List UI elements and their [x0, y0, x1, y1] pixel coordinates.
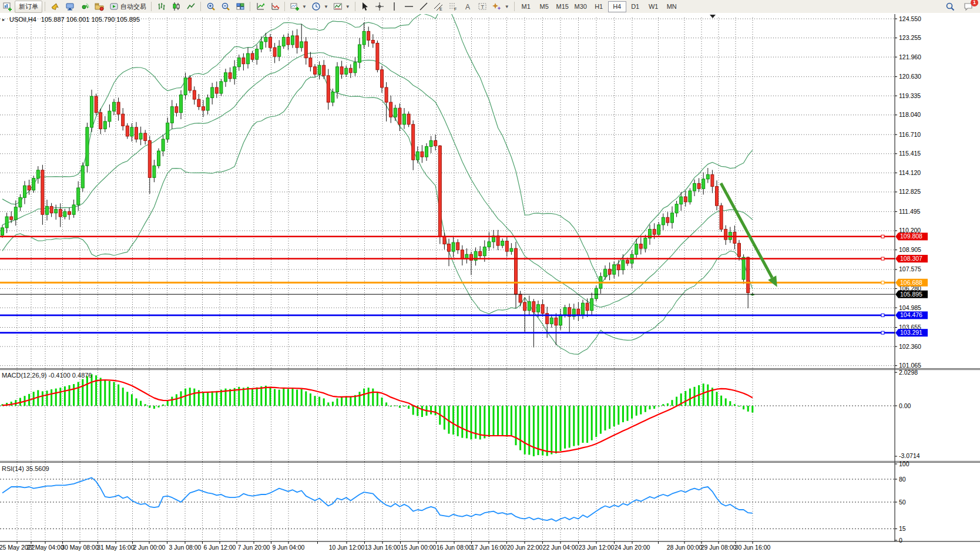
price-line-label[interactable]: 106.688 [895, 279, 928, 287]
navigator-button[interactable] [77, 1, 92, 13]
chart-title: ▸ USOil,H4 105.887 106.001 105.790 105.8… [2, 16, 140, 23]
macd-bar [452, 406, 454, 435]
cursor-icon [360, 2, 370, 12]
candle [452, 243, 455, 251]
macd-bar [64, 386, 66, 406]
macd-bar [595, 406, 597, 437]
auto-trading-button[interactable]: 自动交易 [106, 1, 149, 13]
indicators-button[interactable] [253, 1, 267, 13]
time-tick-label: 13 Jun 16:00 [365, 544, 401, 551]
candle [206, 98, 209, 110]
trendline-tool-button[interactable] [417, 1, 431, 13]
timeframe-m15[interactable]: M15 [553, 1, 572, 12]
macd-bar [256, 388, 258, 406]
candlestick-chart-button[interactable] [169, 1, 183, 13]
toolbar-separator [514, 2, 515, 11]
notifications-button[interactable]: 1 [961, 1, 975, 13]
line-chart-button[interactable] [183, 1, 198, 13]
terminal-button[interactable] [92, 1, 106, 13]
timeframe-mn[interactable]: MN [663, 1, 681, 12]
timeframe-h4[interactable]: H4 [608, 1, 626, 12]
timeframe-h1[interactable]: H1 [590, 1, 608, 12]
new-order-button[interactable]: 新订单 [15, 1, 42, 13]
chart-shift-marker[interactable] [710, 15, 716, 18]
horizontal-line-icon [404, 2, 414, 12]
candle [202, 107, 205, 110]
macd-bar [488, 406, 490, 437]
candle [639, 244, 642, 249]
templates-button[interactable]: ▼ [331, 1, 353, 13]
macd-bar [404, 406, 405, 406]
cursor-tool-button[interactable] [358, 1, 372, 13]
text-label-tool-button[interactable]: T [475, 1, 490, 13]
add-indicator-button[interactable]: ▼ [287, 1, 309, 13]
macd-bar [46, 391, 48, 406]
timeframe-m1[interactable]: M1 [517, 1, 535, 12]
svg-text:103.291: 103.291 [900, 329, 922, 336]
macd-bar [368, 388, 370, 406]
price-line-label[interactable]: 103.291 [895, 329, 928, 336]
chart-canvas[interactable]: MACD(12,26,9) -0.4100 0.4876RSI(14) 35.5… [0, 13, 980, 552]
candle [390, 102, 392, 117]
svg-text:A: A [465, 3, 470, 11]
tile-windows-icon [235, 2, 245, 12]
price-line-label[interactable]: 104.476 [895, 311, 928, 319]
timeframe-m30[interactable]: M30 [572, 1, 590, 12]
hline-handle[interactable] [881, 235, 884, 238]
candle [671, 213, 674, 223]
macd-bar [136, 398, 137, 406]
search-icon [945, 2, 955, 12]
arrow-objects-button[interactable]: ▼ [490, 1, 512, 13]
candle [229, 73, 231, 79]
equidistant-channel-tool-button[interactable]: E [431, 1, 446, 13]
hline-handle[interactable] [881, 331, 884, 334]
candle [724, 229, 727, 240]
price-line-label[interactable]: 105.895 [895, 291, 928, 298]
timeframe-w1[interactable]: W1 [645, 1, 663, 12]
crosshair-tool-button[interactable] [372, 1, 387, 13]
period-menu-button[interactable]: ▼ [309, 1, 331, 13]
candle [193, 90, 196, 99]
data-window-button[interactable] [62, 1, 77, 13]
chart-region[interactable]: ▸ USOil,H4 105.887 106.001 105.790 105.8… [0, 13, 980, 552]
timeframe-d1[interactable]: D1 [626, 1, 645, 12]
macd-bar [421, 406, 423, 417]
candle [309, 58, 312, 67]
svg-text:105.895: 105.895 [900, 291, 922, 298]
indicators-icon [255, 2, 265, 12]
market-watch-button[interactable] [48, 1, 62, 13]
price-line-label[interactable]: 109.808 [895, 233, 928, 240]
svg-text:F: F [454, 7, 457, 11]
candle [505, 241, 508, 252]
periods-button[interactable] [267, 1, 282, 13]
macd-bar [149, 406, 150, 408]
hline-handle[interactable] [881, 281, 884, 284]
macd-bar [296, 390, 298, 406]
macd-bar [145, 404, 146, 406]
tile-windows-button[interactable] [233, 1, 247, 13]
macd-bar [265, 386, 267, 406]
candle [197, 99, 200, 107]
search-button[interactable] [942, 1, 957, 13]
zoom-out-button[interactable] [218, 1, 233, 13]
fibonacci-tool-button[interactable]: F [446, 1, 461, 13]
zoom-in-button[interactable] [203, 1, 218, 13]
price-axis: 124.550123.255121.960120.630119.335118.0… [0, 13, 980, 544]
price-tick-label: 111.495 [899, 208, 921, 215]
timeframe-m5[interactable]: M5 [535, 1, 553, 12]
candle [354, 62, 357, 73]
macd-bar [658, 406, 660, 406]
hline-handle[interactable] [881, 314, 884, 317]
text-tool-button[interactable]: A [461, 1, 475, 13]
vertical-line-tool-button[interactable] [387, 1, 402, 13]
macd-bar [247, 387, 249, 406]
macd-bar [573, 406, 575, 446]
macd-bar [167, 401, 169, 406]
horizontal-line-tool-button[interactable] [402, 1, 417, 13]
macd-bar [412, 406, 414, 415]
hline-handle[interactable] [881, 257, 884, 260]
price-line-label[interactable]: 108.307 [895, 255, 928, 262]
bar-chart-button[interactable] [154, 1, 169, 13]
new-chart-button[interactable] [0, 1, 15, 13]
macd-bar [207, 392, 209, 406]
